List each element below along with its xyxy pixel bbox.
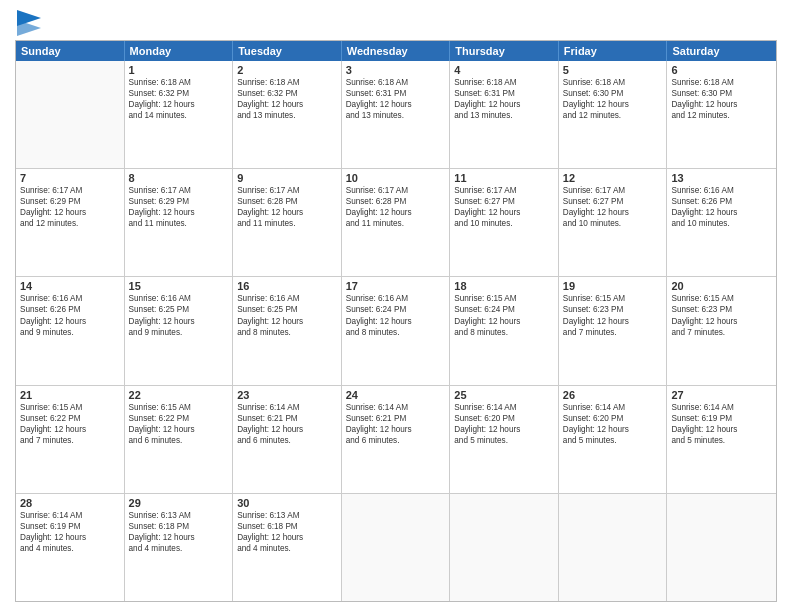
header-day-sunday: Sunday <box>16 41 125 61</box>
empty-cell <box>559 494 668 601</box>
day-number: 7 <box>20 172 120 184</box>
day-info: Sunrise: 6:18 AM Sunset: 6:32 PM Dayligh… <box>129 77 229 121</box>
day-cell-15: 15Sunrise: 6:16 AM Sunset: 6:25 PM Dayli… <box>125 277 234 384</box>
day-cell-8: 8Sunrise: 6:17 AM Sunset: 6:29 PM Daylig… <box>125 169 234 276</box>
day-cell-17: 17Sunrise: 6:16 AM Sunset: 6:24 PM Dayli… <box>342 277 451 384</box>
calendar-header: SundayMondayTuesdayWednesdayThursdayFrid… <box>16 41 776 61</box>
day-cell-24: 24Sunrise: 6:14 AM Sunset: 6:21 PM Dayli… <box>342 386 451 493</box>
day-cell-3: 3Sunrise: 6:18 AM Sunset: 6:31 PM Daylig… <box>342 61 451 168</box>
day-info: Sunrise: 6:16 AM Sunset: 6:24 PM Dayligh… <box>346 293 446 337</box>
week-row-5: 28Sunrise: 6:14 AM Sunset: 6:19 PM Dayli… <box>16 494 776 601</box>
day-number: 16 <box>237 280 337 292</box>
calendar: SundayMondayTuesdayWednesdayThursdayFrid… <box>15 40 777 602</box>
day-info: Sunrise: 6:14 AM Sunset: 6:20 PM Dayligh… <box>454 402 554 446</box>
day-number: 26 <box>563 389 663 401</box>
week-row-1: 1Sunrise: 6:18 AM Sunset: 6:32 PM Daylig… <box>16 61 776 169</box>
day-cell-27: 27Sunrise: 6:14 AM Sunset: 6:19 PM Dayli… <box>667 386 776 493</box>
empty-cell <box>450 494 559 601</box>
day-info: Sunrise: 6:17 AM Sunset: 6:28 PM Dayligh… <box>346 185 446 229</box>
logo-icon <box>17 10 41 38</box>
day-info: Sunrise: 6:16 AM Sunset: 6:26 PM Dayligh… <box>20 293 120 337</box>
week-row-3: 14Sunrise: 6:16 AM Sunset: 6:26 PM Dayli… <box>16 277 776 385</box>
day-info: Sunrise: 6:18 AM Sunset: 6:31 PM Dayligh… <box>454 77 554 121</box>
day-number: 19 <box>563 280 663 292</box>
day-info: Sunrise: 6:14 AM Sunset: 6:19 PM Dayligh… <box>20 510 120 554</box>
day-cell-1: 1Sunrise: 6:18 AM Sunset: 6:32 PM Daylig… <box>125 61 234 168</box>
day-info: Sunrise: 6:13 AM Sunset: 6:18 PM Dayligh… <box>129 510 229 554</box>
day-info: Sunrise: 6:15 AM Sunset: 6:22 PM Dayligh… <box>20 402 120 446</box>
day-cell-6: 6Sunrise: 6:18 AM Sunset: 6:30 PM Daylig… <box>667 61 776 168</box>
day-cell-10: 10Sunrise: 6:17 AM Sunset: 6:28 PM Dayli… <box>342 169 451 276</box>
day-info: Sunrise: 6:16 AM Sunset: 6:25 PM Dayligh… <box>129 293 229 337</box>
header-day-thursday: Thursday <box>450 41 559 61</box>
day-info: Sunrise: 6:17 AM Sunset: 6:27 PM Dayligh… <box>454 185 554 229</box>
day-info: Sunrise: 6:16 AM Sunset: 6:26 PM Dayligh… <box>671 185 772 229</box>
day-info: Sunrise: 6:18 AM Sunset: 6:30 PM Dayligh… <box>563 77 663 121</box>
day-info: Sunrise: 6:18 AM Sunset: 6:30 PM Dayligh… <box>671 77 772 121</box>
week-row-4: 21Sunrise: 6:15 AM Sunset: 6:22 PM Dayli… <box>16 386 776 494</box>
day-number: 18 <box>454 280 554 292</box>
day-number: 1 <box>129 64 229 76</box>
day-cell-14: 14Sunrise: 6:16 AM Sunset: 6:26 PM Dayli… <box>16 277 125 384</box>
header <box>15 10 777 34</box>
header-day-saturday: Saturday <box>667 41 776 61</box>
day-cell-29: 29Sunrise: 6:13 AM Sunset: 6:18 PM Dayli… <box>125 494 234 601</box>
day-cell-2: 2Sunrise: 6:18 AM Sunset: 6:32 PM Daylig… <box>233 61 342 168</box>
day-cell-23: 23Sunrise: 6:14 AM Sunset: 6:21 PM Dayli… <box>233 386 342 493</box>
header-day-monday: Monday <box>125 41 234 61</box>
day-number: 30 <box>237 497 337 509</box>
day-info: Sunrise: 6:17 AM Sunset: 6:27 PM Dayligh… <box>563 185 663 229</box>
day-info: Sunrise: 6:14 AM Sunset: 6:21 PM Dayligh… <box>346 402 446 446</box>
day-info: Sunrise: 6:15 AM Sunset: 6:24 PM Dayligh… <box>454 293 554 337</box>
day-number: 27 <box>671 389 772 401</box>
day-number: 14 <box>20 280 120 292</box>
day-info: Sunrise: 6:16 AM Sunset: 6:25 PM Dayligh… <box>237 293 337 337</box>
day-info: Sunrise: 6:17 AM Sunset: 6:28 PM Dayligh… <box>237 185 337 229</box>
day-number: 22 <box>129 389 229 401</box>
day-number: 2 <box>237 64 337 76</box>
day-number: 12 <box>563 172 663 184</box>
day-number: 25 <box>454 389 554 401</box>
header-day-tuesday: Tuesday <box>233 41 342 61</box>
day-number: 21 <box>20 389 120 401</box>
day-cell-30: 30Sunrise: 6:13 AM Sunset: 6:18 PM Dayli… <box>233 494 342 601</box>
day-number: 20 <box>671 280 772 292</box>
day-number: 23 <box>237 389 337 401</box>
day-info: Sunrise: 6:14 AM Sunset: 6:21 PM Dayligh… <box>237 402 337 446</box>
calendar-body: 1Sunrise: 6:18 AM Sunset: 6:32 PM Daylig… <box>16 61 776 601</box>
logo <box>15 10 41 34</box>
day-cell-12: 12Sunrise: 6:17 AM Sunset: 6:27 PM Dayli… <box>559 169 668 276</box>
day-number: 10 <box>346 172 446 184</box>
day-info: Sunrise: 6:14 AM Sunset: 6:20 PM Dayligh… <box>563 402 663 446</box>
day-cell-28: 28Sunrise: 6:14 AM Sunset: 6:19 PM Dayli… <box>16 494 125 601</box>
day-cell-25: 25Sunrise: 6:14 AM Sunset: 6:20 PM Dayli… <box>450 386 559 493</box>
day-info: Sunrise: 6:18 AM Sunset: 6:32 PM Dayligh… <box>237 77 337 121</box>
day-cell-9: 9Sunrise: 6:17 AM Sunset: 6:28 PM Daylig… <box>233 169 342 276</box>
day-cell-16: 16Sunrise: 6:16 AM Sunset: 6:25 PM Dayli… <box>233 277 342 384</box>
day-cell-18: 18Sunrise: 6:15 AM Sunset: 6:24 PM Dayli… <box>450 277 559 384</box>
day-number: 6 <box>671 64 772 76</box>
day-cell-20: 20Sunrise: 6:15 AM Sunset: 6:23 PM Dayli… <box>667 277 776 384</box>
empty-cell <box>667 494 776 601</box>
day-cell-11: 11Sunrise: 6:17 AM Sunset: 6:27 PM Dayli… <box>450 169 559 276</box>
header-day-friday: Friday <box>559 41 668 61</box>
day-number: 13 <box>671 172 772 184</box>
svg-marker-1 <box>17 20 41 36</box>
day-info: Sunrise: 6:13 AM Sunset: 6:18 PM Dayligh… <box>237 510 337 554</box>
day-number: 8 <box>129 172 229 184</box>
day-info: Sunrise: 6:18 AM Sunset: 6:31 PM Dayligh… <box>346 77 446 121</box>
day-number: 3 <box>346 64 446 76</box>
day-number: 11 <box>454 172 554 184</box>
day-number: 4 <box>454 64 554 76</box>
day-cell-13: 13Sunrise: 6:16 AM Sunset: 6:26 PM Dayli… <box>667 169 776 276</box>
day-info: Sunrise: 6:15 AM Sunset: 6:22 PM Dayligh… <box>129 402 229 446</box>
page: SundayMondayTuesdayWednesdayThursdayFrid… <box>0 0 792 612</box>
week-row-2: 7Sunrise: 6:17 AM Sunset: 6:29 PM Daylig… <box>16 169 776 277</box>
day-info: Sunrise: 6:14 AM Sunset: 6:19 PM Dayligh… <box>671 402 772 446</box>
day-number: 9 <box>237 172 337 184</box>
day-cell-26: 26Sunrise: 6:14 AM Sunset: 6:20 PM Dayli… <box>559 386 668 493</box>
day-number: 5 <box>563 64 663 76</box>
day-cell-5: 5Sunrise: 6:18 AM Sunset: 6:30 PM Daylig… <box>559 61 668 168</box>
day-info: Sunrise: 6:17 AM Sunset: 6:29 PM Dayligh… <box>20 185 120 229</box>
day-info: Sunrise: 6:15 AM Sunset: 6:23 PM Dayligh… <box>563 293 663 337</box>
